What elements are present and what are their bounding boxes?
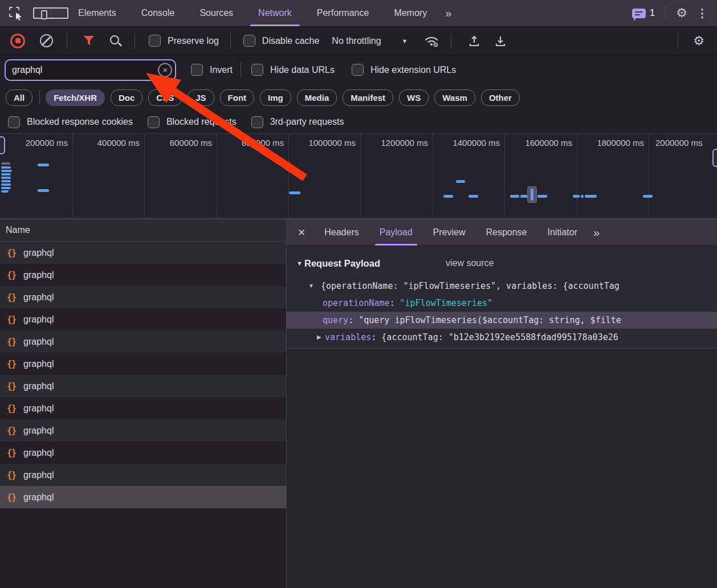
chip-other[interactable]: Other	[481, 89, 520, 106]
overview-right-grip[interactable]	[712, 149, 717, 167]
invert-label: Invert	[210, 65, 233, 75]
clear-network-log-button[interactable]	[40, 34, 53, 47]
disable-cache-label: Disable cache	[262, 36, 320, 46]
waterfall-bar	[537, 195, 547, 198]
payload-line[interactable]: query: "query ipFlowTimeseries($accountT…	[287, 312, 717, 329]
chip-js[interactable]: JS	[188, 89, 214, 106]
name-column-header[interactable]: Name	[0, 219, 286, 242]
detail-tabs: HeadersPayloadPreviewResponseInitiator	[314, 219, 588, 246]
chip-font[interactable]: Font	[220, 89, 254, 106]
hide-extension-urls-checkbox[interactable]	[352, 64, 364, 76]
collapse-triangle-icon[interactable]: ▼	[296, 255, 303, 272]
payload-line[interactable]: ▶variables: {accountTag: "b12e3b2192ee55…	[287, 329, 717, 346]
detail-tab-headers[interactable]: Headers	[314, 219, 369, 246]
waterfall-bar	[510, 195, 519, 198]
search-icon[interactable]	[109, 35, 122, 47]
device-toolbar-icon[interactable]	[33, 7, 48, 19]
waterfall-bar	[1, 177, 11, 179]
waterfall-bar	[443, 195, 453, 198]
request-row[interactable]: {}graphql	[0, 419, 286, 442]
chip-fetchxhr[interactable]: Fetch/XHR	[46, 89, 105, 106]
request-row[interactable]: {}graphql	[0, 308, 286, 330]
divider	[67, 34, 67, 48]
request-row[interactable]: {}graphql	[0, 286, 286, 308]
chip-img[interactable]: Img	[260, 89, 291, 106]
chip-ws[interactable]: WS	[399, 89, 429, 106]
timeline-gridline	[433, 134, 433, 218]
record-button[interactable]	[10, 34, 25, 48]
payload-panel: ▼ Request Payload view source ▼{operatio…	[287, 246, 717, 349]
request-row[interactable]: {}graphql	[0, 442, 286, 464]
tab-elements[interactable]: Elements	[66, 0, 129, 26]
close-icon[interactable]: ✕	[287, 227, 314, 239]
detail-tab-response[interactable]: Response	[475, 219, 537, 246]
inspect-element-icon[interactable]	[9, 7, 22, 19]
more-detail-tabs-icon[interactable]: »	[588, 226, 604, 239]
export-har-icon[interactable]	[494, 34, 507, 48]
chip-manifest[interactable]: Manifest	[343, 89, 393, 106]
divider	[230, 34, 231, 48]
request-row[interactable]: {}graphql	[0, 330, 286, 353]
json-braces-icon: {}	[7, 470, 16, 480]
waterfall-bar	[585, 195, 597, 198]
network-overview-timeline[interactable]: 200000 ms400000 ms600000 ms800000 ms1000…	[0, 134, 717, 219]
network-settings-gear-icon[interactable]: ⚙	[693, 35, 704, 47]
timeline-gridline	[288, 134, 289, 218]
more-tabs-icon[interactable]: »	[439, 7, 456, 20]
detail-tab-preview[interactable]: Preview	[423, 219, 476, 246]
tab-memory[interactable]: Memory	[381, 0, 439, 26]
chip-wasm[interactable]: Wasm	[434, 89, 475, 106]
settings-gear-icon[interactable]: ⚙	[676, 7, 687, 19]
filter-toggle-icon[interactable]	[83, 36, 95, 46]
issues-counter[interactable]: 1	[632, 7, 655, 19]
main-tabs: ElementsConsoleSourcesNetworkPerformance…	[66, 0, 439, 26]
hide-data-urls-checkbox[interactable]	[251, 64, 263, 76]
request-row[interactable]: {}graphql	[0, 264, 286, 286]
invert-checkbox[interactable]	[191, 64, 203, 76]
waterfall-bar	[1, 162, 10, 165]
detail-tab-bar: ✕ HeadersPayloadPreviewResponseInitiator…	[287, 219, 717, 246]
payload-line[interactable]: operationName: "ipFlowTimeseries"	[287, 295, 717, 312]
blocked-requests-checkbox[interactable]	[148, 116, 160, 128]
waterfall-bar	[581, 195, 584, 198]
issues-count: 1	[650, 7, 655, 19]
payload-line[interactable]: ▼{operationName: "ipFlowTimeseries", var…	[287, 277, 717, 295]
request-row[interactable]: {}graphql	[0, 486, 286, 508]
timeline-tick-label: 1200000 ms	[381, 138, 428, 148]
request-row[interactable]: {}graphql	[0, 464, 286, 486]
disable-cache-checkbox[interactable]	[243, 35, 255, 47]
request-row[interactable]: {}graphql	[0, 397, 286, 419]
tab-sources[interactable]: Sources	[187, 0, 246, 26]
payload-line-text: {operationName: "ipFlowTimeseries", vari…	[287, 281, 620, 291]
clear-filter-icon[interactable]: ✕	[158, 63, 172, 77]
timeline-tick-label: 1400000 ms	[453, 138, 500, 148]
chip-css[interactable]: CSS	[148, 89, 182, 106]
waterfall-bar	[643, 195, 653, 198]
throttling-dropdown[interactable]: No throttling ▼	[332, 36, 408, 46]
request-row[interactable]: {}graphql	[0, 375, 286, 397]
detail-tab-initiator[interactable]: Initiator	[537, 219, 588, 246]
chip-doc[interactable]: Doc	[111, 89, 142, 106]
tab-performance[interactable]: Performance	[304, 0, 382, 26]
kebab-menu-icon[interactable]: ⋮	[694, 6, 710, 20]
filter-input[interactable]: graphql ✕	[5, 59, 176, 81]
overview-left-grip[interactable]	[0, 136, 5, 154]
expanded-triangle-icon[interactable]: ▼	[308, 277, 314, 295]
view-source-link[interactable]: view source	[446, 255, 494, 272]
blocked-response-cookies-checkbox[interactable]	[8, 116, 20, 128]
network-toolbar: Preserve log Disable cache No throttling…	[0, 27, 717, 55]
tab-network[interactable]: Network	[246, 0, 304, 26]
third-party-requests-checkbox[interactable]	[251, 116, 263, 128]
import-har-icon[interactable]	[467, 34, 481, 48]
request-payload-title: Request Payload	[304, 255, 380, 272]
collapsed-triangle-icon[interactable]: ▶	[317, 329, 321, 346]
chip-all[interactable]: All	[6, 89, 32, 106]
chip-media[interactable]: Media	[297, 89, 337, 106]
preserve-log-checkbox[interactable]	[149, 35, 161, 47]
tab-console[interactable]: Console	[129, 0, 188, 26]
request-row[interactable]: {}graphql	[0, 353, 286, 375]
devtools-tab-bar: ElementsConsoleSourcesNetworkPerformance…	[0, 0, 717, 27]
detail-tab-payload[interactable]: Payload	[369, 219, 423, 246]
network-conditions-icon[interactable]	[423, 34, 439, 48]
request-row[interactable]: {}graphql	[0, 242, 286, 264]
